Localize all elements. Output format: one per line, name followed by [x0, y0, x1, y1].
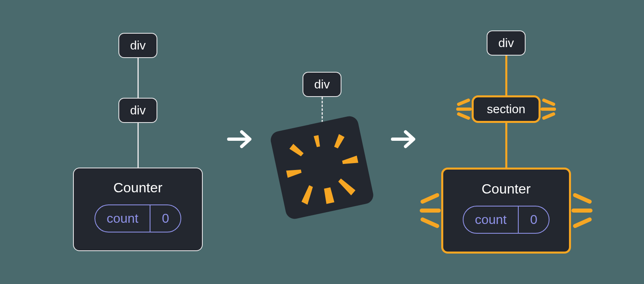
svg-marker-3 [286, 168, 302, 178]
svg-line-14 [423, 195, 437, 202]
svg-marker-1 [289, 142, 304, 158]
svg-line-8 [459, 100, 468, 104]
emphasis-rays-icon [571, 190, 599, 231]
component-name: Counter [90, 180, 186, 196]
node-label: div [498, 36, 514, 49]
node-counter-after: Counter count 0 [441, 168, 571, 254]
node-div-child-before: div [118, 98, 157, 123]
svg-line-11 [544, 100, 554, 104]
state-key: count [95, 205, 150, 232]
svg-line-10 [459, 114, 468, 118]
node-label: div [314, 77, 330, 91]
tree-during: div [277, 72, 367, 212]
edge-highlighted [505, 123, 507, 168]
node-div-root-after: div [487, 30, 526, 56]
exploding-node [277, 123, 367, 212]
edge [137, 123, 139, 168]
arrow-icon [391, 128, 417, 156]
edge [137, 58, 139, 98]
state-pill: count 0 [463, 206, 550, 234]
component-name: Counter [459, 181, 553, 197]
edge-highlighted [505, 56, 507, 95]
svg-marker-5 [298, 185, 316, 206]
node-label: section [487, 102, 525, 116]
node-counter-before: Counter count 0 [73, 168, 203, 251]
svg-marker-4 [342, 156, 358, 166]
state-value: 0 [150, 205, 180, 232]
svg-marker-0 [313, 135, 321, 147]
svg-marker-6 [338, 176, 356, 198]
emphasis-rays-icon [451, 97, 472, 121]
svg-marker-2 [332, 133, 346, 149]
tree-before: div div Counter count 0 [73, 33, 203, 251]
node-section-after: section [472, 95, 541, 123]
state-value: 0 [519, 207, 549, 233]
svg-line-19 [575, 219, 590, 226]
arrow-icon [227, 128, 253, 156]
node-label: div [130, 103, 146, 117]
svg-marker-7 [323, 187, 334, 204]
svg-line-13 [544, 114, 554, 118]
emphasis-rays-icon [413, 190, 441, 231]
svg-line-16 [423, 219, 437, 226]
state-key: count [464, 207, 518, 233]
node-div-root-during: div [303, 72, 341, 97]
svg-line-17 [575, 195, 590, 202]
node-label: div [130, 39, 146, 52]
state-pill: count 0 [94, 204, 181, 232]
emphasis-rays-icon [541, 97, 561, 121]
tree-after: div section Counter count 0 [441, 30, 571, 254]
node-div-root-before: div [118, 33, 157, 58]
burst-icon [269, 115, 375, 221]
